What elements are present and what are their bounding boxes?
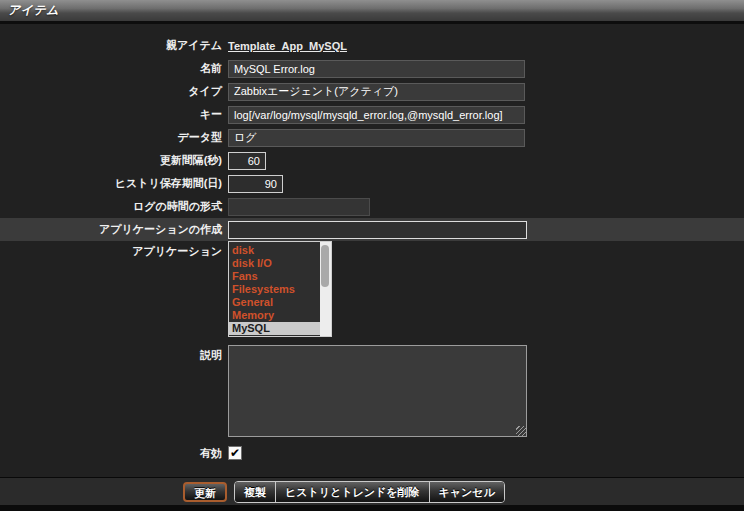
new-application-row: アプリケーションの作成: [0, 218, 744, 241]
parent-item-link[interactable]: Template_App_MySQL: [228, 40, 347, 52]
type-row: タイプ: [0, 80, 744, 103]
application-option[interactable]: disk: [229, 244, 320, 257]
resize-grip-icon[interactable]: [516, 426, 526, 436]
delete-history-button[interactable]: ヒストリとトレンドを削除: [275, 482, 429, 502]
name-input[interactable]: [228, 60, 525, 78]
listbox-scrollbar[interactable]: [320, 242, 331, 336]
history-period-input[interactable]: [228, 175, 283, 193]
log-time-format-input[interactable]: [228, 198, 370, 216]
new-application-input[interactable]: [228, 221, 527, 239]
key-input[interactable]: [228, 106, 525, 124]
parent-item-row: 親アイテム Template_App_MySQL: [0, 34, 744, 57]
new-application-label: アプリケーションの作成: [0, 222, 222, 237]
application-option[interactable]: Fans: [229, 270, 320, 283]
application-option[interactable]: Memory: [229, 309, 320, 322]
parent-item-label: 親アイテム: [0, 38, 222, 53]
application-option[interactable]: disk I/O: [229, 257, 320, 270]
page-title: アイテム: [8, 2, 59, 19]
application-option[interactable]: Filesystems: [229, 283, 320, 296]
type-label: タイプ: [0, 84, 222, 99]
key-row: キー: [0, 103, 744, 126]
applications-list: diskdisk I/OFansFilesystemsGeneralMemory…: [229, 242, 320, 335]
applications-row: アプリケーション diskdisk I/OFansFilesystemsGene…: [0, 241, 744, 337]
form-footer: 更新 複製 ヒストリとトレンドを削除 キャンセル: [0, 477, 744, 505]
log-time-format-label: ログの時間の形式: [0, 199, 222, 214]
data-type-select[interactable]: [228, 129, 525, 147]
history-period-label: ヒストリ保存期間(日): [0, 176, 222, 191]
clone-button[interactable]: 複製: [235, 482, 275, 502]
item-config-window: アイテム 親アイテム Template_App_MySQL 名前 タイプ キー: [0, 0, 744, 511]
update-interval-label: 更新間隔(秒): [0, 153, 222, 168]
secondary-button-group: 複製 ヒストリとトレンドを削除 キャンセル: [234, 481, 505, 503]
window-header: アイテム: [0, 0, 744, 24]
item-form: 親アイテム Template_App_MySQL 名前 タイプ キー データ型: [0, 24, 744, 461]
applications-listbox[interactable]: diskdisk I/OFansFilesystemsGeneralMemory…: [228, 241, 332, 337]
name-row: 名前: [0, 57, 744, 80]
enabled-label: 有効: [0, 446, 222, 461]
description-textarea[interactable]: [228, 345, 527, 437]
application-option[interactable]: General: [229, 296, 320, 309]
applications-label: アプリケーション: [0, 241, 222, 259]
log-time-format-row: ログの時間の形式: [0, 195, 744, 218]
data-type-row: データ型: [0, 126, 744, 149]
check-icon: ✔: [230, 447, 240, 459]
scrollbar-thumb[interactable]: [321, 245, 329, 287]
update-button[interactable]: 更新: [183, 482, 227, 502]
enabled-checkbox[interactable]: ✔: [228, 446, 242, 460]
key-label: キー: [0, 107, 222, 122]
bottom-strip: [0, 505, 744, 511]
cancel-button[interactable]: キャンセル: [429, 482, 504, 502]
enabled-row: 有効 ✔: [0, 445, 744, 461]
application-option[interactable]: MySQL: [229, 322, 320, 335]
data-type-label: データ型: [0, 130, 222, 145]
history-period-row: ヒストリ保存期間(日): [0, 172, 744, 195]
type-select[interactable]: [228, 83, 525, 101]
name-label: 名前: [0, 61, 222, 76]
description-label: 説明: [0, 345, 222, 363]
update-interval-input[interactable]: [228, 152, 266, 170]
update-interval-row: 更新間隔(秒): [0, 149, 744, 172]
description-row: 説明: [0, 345, 744, 437]
